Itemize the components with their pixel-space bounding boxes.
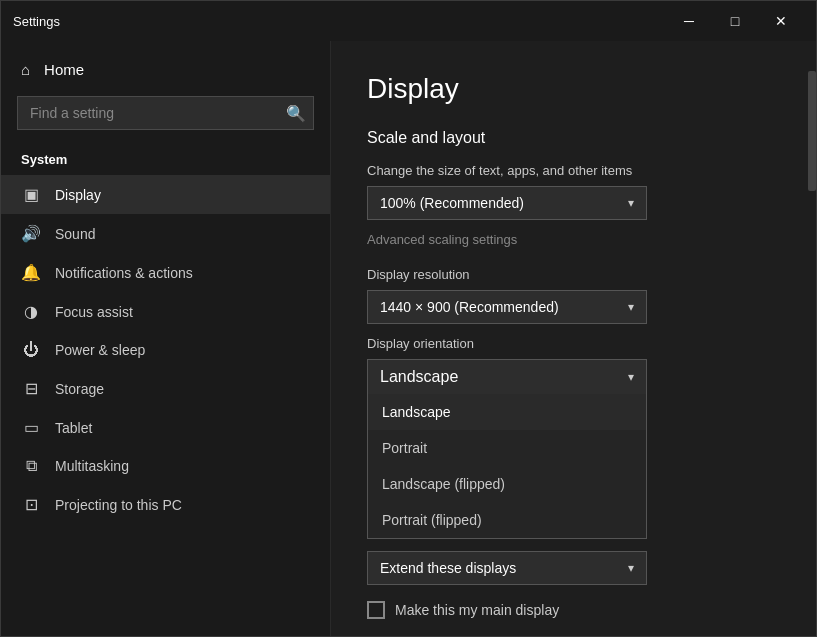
- sidebar-item-focus-label: Focus assist: [55, 304, 133, 320]
- sidebar-item-multitasking[interactable]: ⧉ Multitasking: [1, 447, 330, 485]
- orientation-dropdown-arrow: ▾: [628, 370, 634, 384]
- sidebar-item-tablet[interactable]: ▭ Tablet: [1, 408, 330, 447]
- landscape-label: Landscape: [382, 404, 451, 420]
- sidebar-item-power[interactable]: ⏻ Power & sleep: [1, 331, 330, 369]
- extend-dropdown[interactable]: Extend these displays ▾: [367, 551, 647, 585]
- resolution-value: 1440 × 900 (Recommended): [380, 299, 559, 315]
- sidebar-item-notifications-label: Notifications & actions: [55, 265, 193, 281]
- sidebar-item-home[interactable]: ⌂ Home: [1, 51, 330, 88]
- orientation-option-landscape-flipped[interactable]: Landscape (flipped): [368, 466, 646, 502]
- orientation-option-landscape[interactable]: Landscape: [368, 394, 646, 430]
- maximize-button[interactable]: □: [712, 5, 758, 37]
- orientation-dropdown: Landscape ▾ Landscape Portrait Landscape…: [367, 359, 647, 539]
- scrollbar-track: [808, 41, 816, 636]
- sidebar-item-sound-label: Sound: [55, 226, 95, 242]
- main-display-label: Make this my main display: [395, 602, 559, 618]
- sidebar-item-display-label: Display: [55, 187, 101, 203]
- minimize-button[interactable]: ─: [666, 5, 712, 37]
- landscape-flipped-label: Landscape (flipped): [382, 476, 505, 492]
- section-title: Scale and layout: [367, 129, 780, 147]
- sidebar-item-storage[interactable]: ⊟ Storage: [1, 369, 330, 408]
- sidebar-item-power-label: Power & sleep: [55, 342, 145, 358]
- sidebar-item-projecting-label: Projecting to this PC: [55, 497, 182, 513]
- extend-value: Extend these displays: [380, 560, 516, 576]
- scale-value: 100% (Recommended): [380, 195, 524, 211]
- scrollbar-thumb[interactable]: [808, 71, 816, 191]
- main-display-checkbox[interactable]: [367, 601, 385, 619]
- portrait-flipped-label: Portrait (flipped): [382, 512, 482, 528]
- portrait-label: Portrait: [382, 440, 427, 456]
- settings-window: Settings ─ □ ✕ ⌂ Home 🔍 System ▣: [0, 0, 817, 637]
- sidebar-item-storage-label: Storage: [55, 381, 104, 397]
- sidebar: ⌂ Home 🔍 System ▣ Display 🔊 Sound 🔔 No: [1, 41, 331, 636]
- wireless-display-link[interactable]: Connect to a wireless display: [367, 635, 780, 636]
- advanced-scaling-link[interactable]: Advanced scaling settings: [367, 232, 780, 247]
- title-bar: Settings ─ □ ✕: [1, 1, 816, 41]
- multitasking-icon: ⧉: [21, 457, 41, 475]
- scale-dropdown-arrow: ▾: [628, 196, 634, 210]
- projecting-icon: ⊡: [21, 495, 41, 514]
- orientation-option-portrait[interactable]: Portrait: [368, 430, 646, 466]
- resolution-dropdown[interactable]: 1440 × 900 (Recommended) ▾: [367, 290, 647, 324]
- page-title: Display: [367, 73, 780, 105]
- resolution-dropdown-arrow: ▾: [628, 300, 634, 314]
- extend-dropdown-arrow: ▾: [628, 561, 634, 575]
- sound-icon: 🔊: [21, 224, 41, 243]
- scale-label: Change the size of text, apps, and other…: [367, 163, 780, 178]
- search-box: 🔍: [17, 96, 314, 130]
- notifications-icon: 🔔: [21, 263, 41, 282]
- home-label: Home: [44, 61, 84, 78]
- orientation-dropdown-header[interactable]: Landscape ▾: [368, 360, 646, 394]
- close-button[interactable]: ✕: [758, 5, 804, 37]
- sidebar-item-focus[interactable]: ◑ Focus assist: [1, 292, 330, 331]
- focus-icon: ◑: [21, 302, 41, 321]
- display-icon: ▣: [21, 185, 41, 204]
- window-controls: ─ □ ✕: [666, 5, 804, 37]
- window-title: Settings: [13, 14, 60, 29]
- sidebar-item-sound[interactable]: 🔊 Sound: [1, 214, 330, 253]
- scale-dropdown[interactable]: 100% (Recommended) ▾: [367, 186, 647, 220]
- search-input[interactable]: [17, 96, 314, 130]
- tablet-icon: ▭: [21, 418, 41, 437]
- sidebar-item-tablet-label: Tablet: [55, 420, 92, 436]
- resolution-label: Display resolution: [367, 267, 780, 282]
- sidebar-item-multitasking-label: Multitasking: [55, 458, 129, 474]
- sidebar-item-projecting[interactable]: ⊡ Projecting to this PC: [1, 485, 330, 524]
- sidebar-item-display[interactable]: ▣ Display: [1, 175, 330, 214]
- main-display-row: Make this my main display: [367, 601, 780, 619]
- storage-icon: ⊟: [21, 379, 41, 398]
- main-content: Display Scale and layout Change the size…: [331, 41, 816, 636]
- power-icon: ⏻: [21, 341, 41, 359]
- search-icon-button[interactable]: 🔍: [286, 104, 306, 123]
- home-icon: ⌂: [21, 61, 30, 78]
- orientation-option-portrait-flipped[interactable]: Portrait (flipped): [368, 502, 646, 538]
- sidebar-section-label: System: [1, 146, 330, 175]
- content-area: ⌂ Home 🔍 System ▣ Display 🔊 Sound 🔔 No: [1, 41, 816, 636]
- orientation-selected-value: Landscape: [380, 368, 458, 386]
- sidebar-item-notifications[interactable]: 🔔 Notifications & actions: [1, 253, 330, 292]
- orientation-label: Display orientation: [367, 336, 780, 351]
